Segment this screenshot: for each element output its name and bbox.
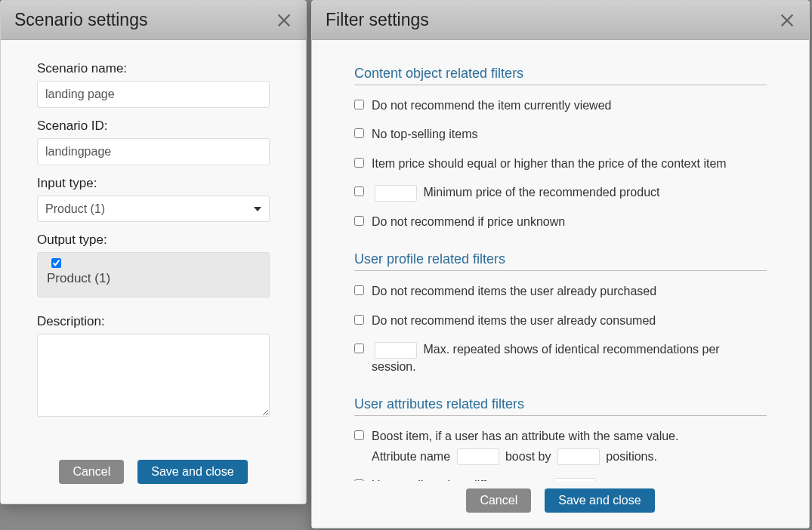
filter-max-repeated-input[interactable]: [375, 342, 417, 359]
scenario-modal-header: Scenario settings: [1, 1, 306, 40]
input-type-label: Input type:: [37, 176, 270, 191]
filter-no-current-label: Do not recommend the item currently view…: [372, 97, 767, 114]
filter-price-equal-checkbox[interactable]: [354, 158, 364, 168]
scenario-settings-modal: Scenario settings Scenario name: Scenari…: [0, 0, 307, 504]
filter-no-current-checkbox[interactable]: [354, 100, 364, 109]
section-user-profile-title: User profile related filters: [354, 251, 767, 271]
filter-max-repeated-checkbox[interactable]: [354, 344, 364, 353]
output-type-box: Product (1): [37, 252, 270, 297]
filter-purchased-checkbox[interactable]: [354, 285, 364, 295]
input-type-select[interactable]: Product (1): [37, 196, 270, 222]
scenario-modal-body: Scenario name: Scenario ID: Input type: …: [1, 40, 306, 449]
scenario-modal-footer: Cancel Save and close: [1, 449, 306, 504]
section-user-attributes-title: User attributes related filters: [354, 396, 767, 416]
save-button[interactable]: Save and close: [137, 460, 247, 484]
scenario-modal-title: Scenario settings: [14, 10, 147, 30]
filter-consumed-label: Do not recommend items the user already …: [372, 313, 767, 329]
filter-min-price-label: Minimum price of the recommended product: [372, 184, 767, 202]
filter-no-unknown-checkbox[interactable]: [354, 216, 364, 226]
description-textarea[interactable]: [37, 334, 270, 417]
close-icon[interactable]: [276, 12, 292, 29]
output-type-checkbox[interactable]: [51, 258, 61, 268]
output-type-label: Output type:: [37, 233, 270, 248]
filter-modal-header: Filter settings: [312, 1, 809, 40]
scenario-name-label: Scenario name:: [37, 61, 270, 76]
filter-modal-title: Filter settings: [326, 10, 429, 30]
filter-no-top-checkbox[interactable]: [354, 128, 364, 138]
filter-settings-modal: Filter settings Content object related f…: [311, 0, 810, 528]
filter-modal-footer: Cancel Save and close: [312, 481, 809, 528]
filter-min-price-input[interactable]: [375, 185, 417, 202]
filter-boost-label: Boost item, if a user has an attribute w…: [372, 428, 767, 465]
scenario-name-input[interactable]: [37, 81, 270, 108]
boost-by-input[interactable]: [557, 448, 600, 465]
filter-no-unknown-label: Do not recommend if price unknown: [372, 214, 767, 230]
filter-min-price-checkbox[interactable]: [354, 186, 364, 196]
cancel-button[interactable]: Cancel: [59, 460, 124, 484]
filter-boost-checkbox[interactable]: [354, 430, 364, 440]
filter-price-equal-label: Item price should equal or higher than t…: [372, 156, 767, 172]
scenario-id-input[interactable]: [37, 138, 270, 165]
save-button[interactable]: Save and close: [545, 488, 654, 513]
output-type-value: Product (1): [47, 271, 110, 285]
filter-purchased-label: Do not recommend items the user already …: [372, 283, 767, 300]
filter-no-top-label: No top-selling items: [372, 126, 767, 143]
description-label: Description:: [37, 314, 270, 329]
filter-modal-body: Content object related filters Do not re…: [312, 40, 809, 481]
close-icon[interactable]: [779, 12, 795, 29]
cancel-button[interactable]: Cancel: [466, 488, 531, 513]
filter-max-repeated-label: Max. repeated shows of identical recomme…: [372, 341, 767, 375]
section-content-title: Content object related filters: [354, 66, 767, 85]
filter-consumed-checkbox[interactable]: [354, 315, 364, 325]
scenario-id-label: Scenario ID:: [37, 119, 270, 134]
boost-attr-name-input[interactable]: [457, 448, 499, 465]
